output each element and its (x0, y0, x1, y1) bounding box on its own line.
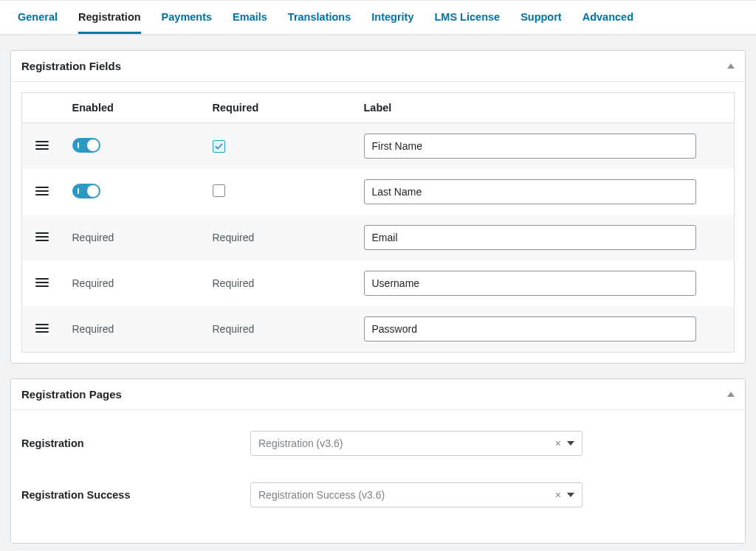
table-row (22, 169, 735, 215)
panel-header[interactable]: Registration Fields (11, 51, 745, 82)
registration-fields-panel: Registration Fields Enabled Required Lab… (10, 50, 746, 364)
settings-tab-bar: General Registration Payments Emails Tra… (0, 0, 756, 35)
enabled-fixed-text: Required (72, 232, 114, 243)
select-value: Registration (v3.6) (258, 437, 343, 449)
tab-general[interactable]: General (18, 1, 58, 34)
table-row (22, 123, 735, 170)
required-fixed-text: Required (213, 232, 255, 243)
select-value: Registration Success (v3.6) (258, 489, 385, 501)
drag-handle-icon[interactable] (35, 184, 49, 198)
chevron-down-icon[interactable] (567, 493, 574, 497)
enabled-toggle[interactable] (72, 184, 100, 198)
required-fixed-text: Required (213, 323, 255, 335)
enabled-fixed-text: Required (72, 323, 114, 335)
clear-icon[interactable]: × (555, 489, 561, 501)
field-label-input[interactable] (364, 179, 696, 204)
field-label-input[interactable] (364, 225, 696, 250)
page-select-row: Registration Success Registration Succes… (21, 475, 735, 515)
panel-header[interactable]: Registration Pages (11, 379, 745, 410)
field-label-input[interactable] (364, 316, 696, 342)
registration-fields-table: Enabled Required Label (21, 92, 735, 353)
drag-handle-icon[interactable] (35, 276, 49, 289)
enabled-fixed-text: Required (72, 277, 114, 289)
page-select-row: Registration Registration (v3.6) × (21, 423, 735, 463)
tab-integrity[interactable]: Integrity (371, 1, 413, 34)
required-checkbox[interactable] (213, 184, 225, 197)
collapse-icon[interactable] (727, 392, 735, 397)
tab-translations[interactable]: Translations (288, 1, 351, 34)
tab-registration[interactable]: Registration (78, 1, 141, 34)
panel-title: Registration Fields (21, 60, 121, 72)
registration-pages-panel: Registration Pages Registration Registra… (10, 378, 746, 544)
form-label: Registration (21, 437, 250, 449)
clear-icon[interactable]: × (555, 437, 561, 449)
col-header-enabled: Enabled (62, 93, 202, 123)
tab-support[interactable]: Support (520, 1, 562, 34)
tab-lms-license[interactable]: LMS License (434, 1, 500, 34)
drag-handle-icon[interactable] (35, 230, 49, 243)
table-row: Required Required (22, 306, 735, 353)
tab-payments[interactable]: Payments (162, 1, 213, 34)
form-label: Registration Success (21, 489, 250, 501)
drag-handle-icon[interactable] (35, 322, 49, 335)
table-row: Required Required (22, 215, 735, 260)
collapse-icon[interactable] (727, 63, 735, 69)
panel-title: Registration Pages (21, 388, 122, 401)
registration-page-select[interactable]: Registration (v3.6) × (250, 431, 583, 456)
required-checkbox[interactable] (213, 140, 225, 153)
tab-advanced[interactable]: Advanced (583, 1, 633, 34)
required-fixed-text: Required (213, 277, 255, 289)
chevron-down-icon[interactable] (567, 441, 574, 446)
col-header-required: Required (202, 93, 354, 123)
field-label-input[interactable] (364, 271, 696, 296)
field-label-input[interactable] (364, 134, 696, 159)
drag-handle-icon[interactable] (35, 139, 49, 152)
tab-emails[interactable]: Emails (233, 1, 267, 34)
enabled-toggle[interactable] (72, 138, 100, 153)
table-row: Required Required (22, 260, 735, 306)
registration-success-page-select[interactable]: Registration Success (v3.6) × (250, 482, 583, 507)
col-header-label: Label (354, 93, 735, 123)
